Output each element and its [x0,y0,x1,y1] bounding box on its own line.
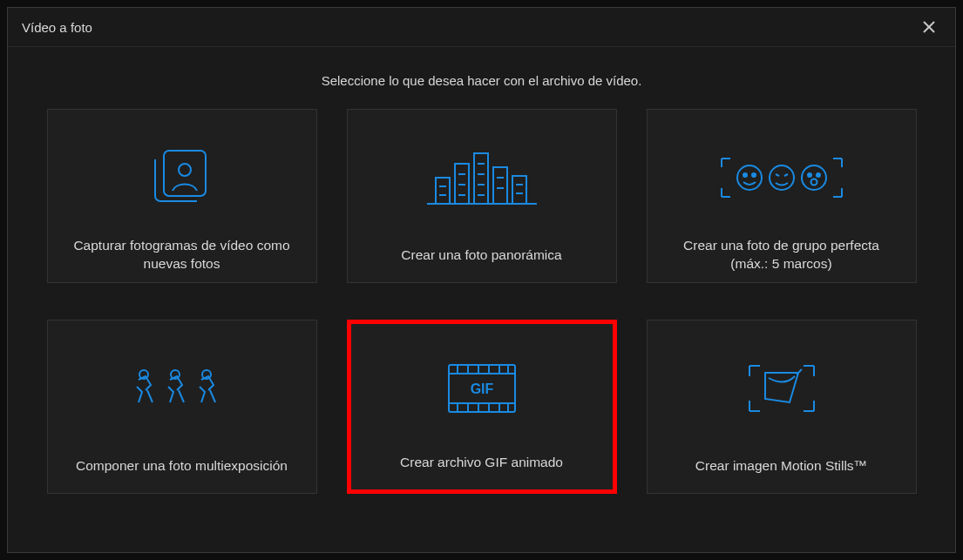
svg-point-25 [752,173,756,177]
svg-line-28 [784,174,788,176]
option-label: Crear una foto de grupo perfecta (máx.: … [663,237,900,273]
option-label: Capturar fotogramas de vídeo como nuevas… [64,237,301,273]
close-icon[interactable] [917,15,941,39]
panorama-icon [425,118,539,237]
svg-point-30 [808,173,811,177]
option-motion-stills[interactable]: Crear imagen Motion Stills™ [647,320,917,494]
option-label: Crear archivo GIF animado [400,444,563,481]
svg-point-3 [179,164,191,176]
option-label: Componer una foto multiexposición [76,448,288,484]
svg-rect-9 [512,176,526,204]
svg-rect-7 [474,153,488,204]
svg-point-26 [770,165,794,190]
option-panorama[interactable]: Crear una foto panorámica [347,109,617,283]
svg-point-23 [737,165,762,190]
titlebar: Vídeo a foto [8,8,955,47]
svg-point-32 [810,179,817,186]
option-label: Crear una foto panorámica [401,237,561,273]
svg-rect-5 [436,178,450,204]
motion-stills-icon [744,329,819,448]
option-group-photo[interactable]: Crear una foto de grupo perfecta (máx.: … [647,109,917,283]
gif-icon: GIF [445,333,519,444]
capture-frames-icon [148,118,216,237]
svg-point-29 [802,165,826,190]
option-multi-exposure[interactable]: Componer una foto multiexposición [47,320,317,494]
multi-exposure-icon [130,329,234,448]
video-to-photo-dialog: Vídeo a foto Seleccione lo que desea hac… [7,7,956,553]
svg-point-24 [743,173,747,177]
svg-text:GIF: GIF [470,381,493,396]
group-photo-icon [716,118,847,237]
option-animated-gif[interactable]: GIF Crear archivo GIF animado [347,320,617,494]
dialog-title: Vídeo a foto [22,20,92,35]
svg-line-27 [776,174,779,176]
option-capture-frames[interactable]: Capturar fotogramas de vídeo como nuevas… [47,109,317,283]
svg-rect-2 [164,151,206,196]
option-label: Crear imagen Motion Stills™ [695,448,867,484]
svg-point-31 [817,173,820,177]
dialog-subtitle: Seleccione lo que desea hacer con el arc… [8,73,955,88]
options-grid: Capturar fotogramas de vídeo como nuevas… [8,109,955,494]
svg-rect-8 [493,167,507,204]
